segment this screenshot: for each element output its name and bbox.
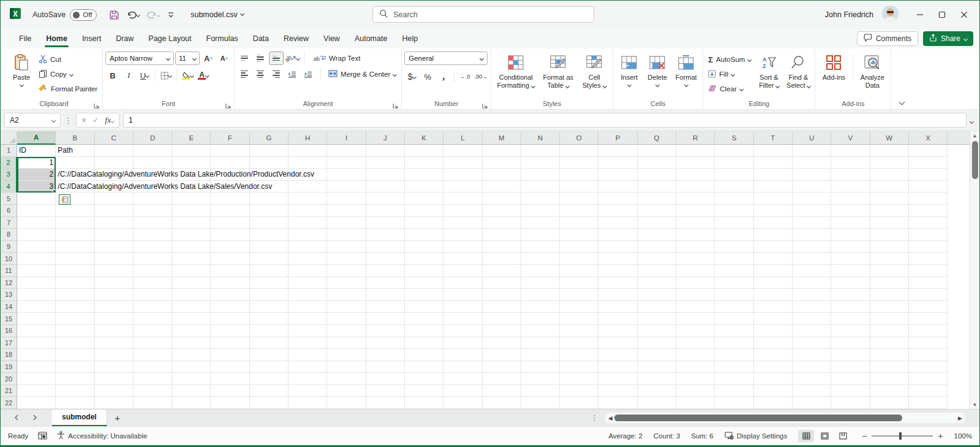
cell-L19[interactable] [443,361,482,373]
cell-W17[interactable] [870,337,909,350]
accounting-format-button[interactable]: $ [404,70,419,83]
next-sheet-icon[interactable] [32,414,37,422]
cell-A5[interactable] [17,193,56,205]
cell-M1[interactable] [483,145,521,157]
cell-L4[interactable] [443,181,482,193]
wrap-text-button[interactable]: ab Wrap Text [311,52,363,65]
cell-H7[interactable] [288,217,327,229]
cell-P4[interactable] [598,181,637,193]
cell-X9[interactable] [909,241,948,253]
cell-V16[interactable] [831,325,870,337]
cell-U4[interactable] [793,181,831,193]
close-button[interactable] [955,6,973,24]
cell-B17[interactable] [56,337,94,350]
search-input[interactable]: Search [372,6,594,23]
cell-G6[interactable] [250,205,288,217]
cell-Q18[interactable] [638,349,676,361]
cell-G5[interactable] [250,193,288,205]
cell-A13[interactable] [17,289,56,301]
cell-E6[interactable] [172,205,211,217]
cell-W21[interactable] [870,385,909,397]
column-header-T[interactable]: T [754,131,793,145]
cell-V19[interactable] [831,361,870,373]
cell-F11[interactable] [211,265,249,277]
cell-P18[interactable] [598,349,637,361]
cell-F16[interactable] [211,325,249,337]
column-header-X[interactable]: X [909,131,948,145]
cell-I8[interactable] [327,229,366,241]
status-sum[interactable]: Sum: 6 [691,432,713,440]
cell-D13[interactable] [134,289,172,301]
addins-button[interactable]: Add-ins [818,52,850,83]
cell-J12[interactable] [366,277,405,289]
cell-B14[interactable] [56,301,94,313]
cell-C16[interactable] [95,325,134,337]
cell-A22[interactable] [17,397,56,409]
font-color-button[interactable]: A [196,69,211,82]
cell-A8[interactable] [17,229,56,241]
cell-L3[interactable] [443,169,482,181]
cell-F10[interactable] [211,253,249,265]
cell-T15[interactable] [754,313,793,325]
column-header-Q[interactable]: Q [638,131,676,145]
cell-N6[interactable] [521,205,560,217]
row-header-17[interactable]: 17 [1,337,17,350]
cell-W7[interactable] [870,217,909,229]
cell-B18[interactable] [56,349,94,361]
cell-X18[interactable] [909,349,948,361]
copy-button[interactable]: Copy [36,67,100,81]
cell-V6[interactable] [831,205,870,217]
zoom-slider[interactable] [872,435,933,437]
cell-D6[interactable] [134,205,172,217]
cell-T16[interactable] [754,325,793,337]
cell-F21[interactable] [211,385,249,397]
cell-K17[interactable] [405,337,443,350]
zoom-level[interactable]: 100% [954,432,972,440]
row-header-10[interactable]: 10 [1,253,17,265]
select-all-corner[interactable] [1,131,17,145]
cell-A11[interactable] [17,265,56,277]
cell-N7[interactable] [521,217,560,229]
cell-W8[interactable] [870,229,909,241]
cell-V22[interactable] [831,397,870,409]
cell-H10[interactable] [288,253,327,265]
cell-H21[interactable] [288,385,327,397]
cell-X3[interactable] [909,169,948,181]
cell-C18[interactable] [95,349,134,361]
document-title[interactable]: submodel.csv [190,10,243,19]
cell-K2[interactable] [405,157,443,169]
cell-T20[interactable] [754,373,793,385]
cell-X19[interactable] [909,361,948,373]
cell-W12[interactable] [870,277,909,289]
row-header-18[interactable]: 18 [1,349,17,361]
cell-A15[interactable] [17,313,56,325]
row-header-12[interactable]: 12 [1,277,17,289]
cell-P9[interactable] [598,241,637,253]
row-header-21[interactable]: 21 [1,385,17,397]
status-count[interactable]: Count: 3 [654,432,680,440]
cell-P12[interactable] [598,277,637,289]
cell-T6[interactable] [754,205,793,217]
cell-N22[interactable] [521,397,560,409]
fill-color-button[interactable] [180,69,195,82]
cell-J9[interactable] [366,241,405,253]
column-header-W[interactable]: W [870,131,909,145]
cell-P8[interactable] [598,229,637,241]
column-header-N[interactable]: N [521,131,560,145]
cell-B6[interactable] [56,205,94,217]
column-header-J[interactable]: J [366,131,405,145]
row-header-6[interactable]: 6 [1,205,17,217]
row-header-13[interactable]: 13 [1,289,17,301]
cell-W5[interactable] [870,193,909,205]
cell-S22[interactable] [715,397,753,409]
new-sheet-button[interactable]: + [107,413,128,423]
horizontal-scrollbar[interactable]: ◀ ▶ [605,413,966,423]
cell-K20[interactable] [405,373,443,385]
cell-Q9[interactable] [638,241,676,253]
cell-S9[interactable] [715,241,753,253]
cell-E13[interactable] [172,289,211,301]
decrease-indent-button[interactable] [285,67,300,81]
cell-P10[interactable] [598,253,637,265]
cell-A21[interactable] [17,385,56,397]
cell-E17[interactable] [172,337,211,350]
